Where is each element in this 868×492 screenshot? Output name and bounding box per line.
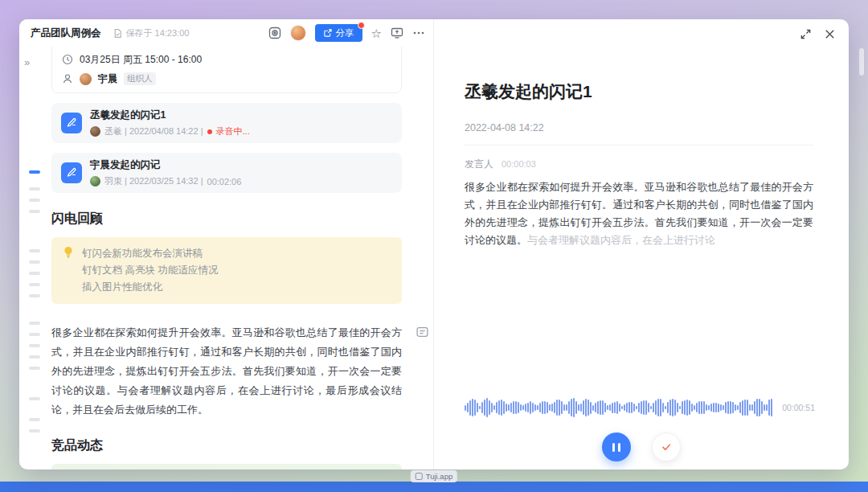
watermark-text: Tuji.app [426, 472, 452, 481]
background-bottom-strip [0, 482, 868, 492]
background-scrollbar-thumb[interactable] [859, 48, 864, 76]
outline-bar[interactable] [29, 355, 40, 359]
author-avatar [90, 176, 100, 187]
favorite-star-icon[interactable]: ☆ [371, 27, 382, 39]
section-heading-competitor[interactable]: 竞品动态 [51, 437, 402, 454]
organizer-name: 宇晨 [98, 72, 117, 86]
meeting-info-card: 03月25日 周五 15:00 - 16:00 宇晨 组织人 [51, 47, 402, 93]
more-icon[interactable] [412, 27, 425, 39]
note-title: 丞羲发起的闪记1 [465, 80, 813, 103]
outline-bar[interactable] [29, 260, 40, 264]
audio-row: 00:00:51 [465, 397, 815, 418]
section-heading-review[interactable]: 闪电回顾 [51, 211, 402, 228]
outline-bar[interactable] [29, 397, 40, 400]
outline-bar[interactable] [29, 199, 40, 202]
close-icon[interactable] [824, 28, 836, 40]
outline-bar[interactable] [29, 429, 40, 433]
speaker-timestamp: 00:00:03 [502, 159, 536, 169]
document-body: » 03月25日 周五 15:00 - 16:00 [19, 47, 433, 469]
highlight-block-yellow[interactable]: 钉闪会新功能发布会演讲稿 钉钉文档 高亮块 功能适应情况 插入图片性能优化 [51, 237, 402, 304]
check-icon [660, 441, 673, 453]
flash-note-meta-text: 丞羲 | 2022/04/08 14:22 | [104, 125, 203, 137]
person-icon [62, 73, 73, 84]
recording-controls [434, 433, 849, 461]
outline-bar[interactable] [29, 418, 40, 421]
lightbulb-icon [62, 246, 75, 259]
share-label: 分享 [336, 27, 354, 39]
save-status-text: 保存于 14:23:00 [126, 27, 190, 39]
outline-bar[interactable] [29, 367, 40, 370]
share-button[interactable]: 分享 [315, 24, 362, 42]
flash-note-icon [61, 162, 82, 183]
document-header: 产品团队周例会 保存于 14:23:00 分享 ☆ [19, 19, 433, 47]
outline-bar[interactable] [29, 187, 40, 191]
app-window: 产品团队周例会 保存于 14:23:00 分享 ☆ [19, 19, 849, 469]
highlight-line: 插入图片性能优化 [82, 279, 391, 296]
panel-content: 丞羲发起的闪记1 2022-04-08 14:22 发言人 00:00:03 很… [434, 19, 849, 249]
flash-note-meta: 羽朿 | 2022/03/25 14:32 | 00:02:06 [90, 175, 241, 187]
recorder-icon[interactable] [268, 27, 281, 39]
pause-icon [612, 443, 615, 452]
meeting-organizer-row[interactable]: 宇晨 组织人 [62, 69, 391, 88]
saved-doc-icon [113, 28, 123, 39]
watermark-icon [416, 473, 423, 480]
outline-bar[interactable] [29, 210, 40, 213]
outline-bar[interactable] [29, 272, 40, 275]
outline-bar[interactable] [29, 333, 40, 336]
outline-bar[interactable] [29, 322, 40, 325]
pause-button[interactable] [602, 433, 631, 461]
share-icon [323, 29, 332, 38]
flash-note-icon [61, 113, 82, 133]
flash-note-card[interactable]: 丞羲发起的闪记1 丞羲 | 2022/04/08 14:22 | 录音中... [51, 103, 402, 143]
outline-bar[interactable] [29, 344, 40, 347]
highlight-line: 钉钉文档 高亮块 功能适应情况 [82, 262, 391, 279]
document-paragraph[interactable]: 很多企业都在探索如何提升开会效率。亚马逊和谷歌也总结了最佳的开会方式，并且在企业… [51, 323, 402, 420]
expand-chevrons-icon[interactable]: » [24, 56, 30, 68]
document-content: 03月25日 周五 15:00 - 16:00 宇晨 组织人 丞羲发起的闪记1 [51, 47, 402, 469]
outline-bar[interactable] [29, 294, 40, 297]
outline-bar[interactable] [29, 283, 40, 286]
paragraph-text: 很多企业都在探索如何提升开会效率。亚马逊和谷歌也总结了最佳的开会方式，并且在企业… [51, 326, 402, 416]
comment-icon[interactable] [416, 326, 429, 339]
flash-note-title: 宇晨发起的闪记 [90, 158, 241, 172]
expand-icon[interactable] [800, 28, 812, 40]
user-avatar[interactable] [290, 25, 306, 41]
meeting-time: 03月25日 周五 15:00 - 16:00 [80, 53, 202, 67]
transcript-pending: 与会者理解议题内容后，在会上进行讨论 [527, 234, 715, 246]
flash-note-duration: 00:02:06 [207, 177, 242, 187]
document-pane: 产品团队周例会 保存于 14:23:00 分享 ☆ [19, 19, 434, 469]
panel-actions [800, 28, 836, 40]
organizer-tag: 组织人 [124, 72, 156, 85]
audio-waveform[interactable] [465, 397, 776, 418]
recording-status: 录音中... [216, 125, 250, 137]
outline-bar-active[interactable] [29, 170, 40, 174]
flash-note-card[interactable]: 宇晨发起的闪记 羽朿 | 2022/03/25 14:32 | 00:02:06 [51, 153, 402, 193]
flash-note-meta-text: 羽朿 | 2022/03/25 14:32 | [104, 175, 203, 187]
document-title: 产品团队周例会 [31, 27, 101, 40]
note-date: 2022-04-08 14:22 [465, 122, 813, 146]
speaker-label: 发言人 [465, 158, 493, 171]
flash-note-meta: 丞羲 | 2022/04/08 14:22 | 录音中... [90, 125, 250, 137]
watermark-badge[interactable]: Tuji.app [411, 470, 457, 482]
highlight-line: 钉闪会新功能发布会演讲稿 [82, 245, 391, 262]
save-status: 保存于 14:23:00 [113, 27, 190, 39]
organizer-avatar [80, 73, 92, 85]
outline-bar[interactable] [29, 249, 40, 252]
transcript: 很多企业都在探索如何提升开会效率。亚马逊和谷歌也总结了最佳的开会方式，并且在企业… [465, 178, 813, 249]
meeting-time-row[interactable]: 03月25日 周五 15:00 - 16:00 [62, 50, 391, 69]
clock-icon [62, 54, 73, 65]
speaker-row: 发言人 00:00:03 [465, 158, 813, 171]
audio-duration: 00:00:51 [782, 403, 815, 412]
finish-button[interactable] [652, 433, 681, 461]
flash-note-panel: 丞羲发起的闪记1 2022-04-08 14:22 发言人 00:00:03 很… [434, 19, 849, 469]
flash-note-title: 丞羲发起的闪记1 [90, 109, 250, 122]
outline-gutter: » [27, 47, 48, 469]
author-avatar [90, 126, 100, 137]
recording-dot [207, 129, 212, 134]
header-actions: 分享 ☆ [268, 24, 425, 42]
present-screen-icon[interactable] [391, 27, 403, 39]
highlight-block-green[interactable]: 行业、竞品相关的动态资讯可以定期跟踪分享 [51, 464, 402, 469]
